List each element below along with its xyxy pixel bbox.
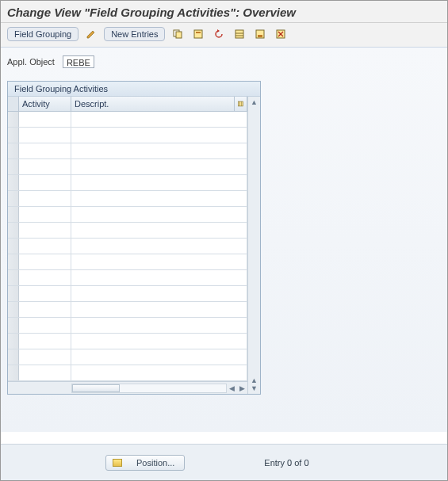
- undo-icon[interactable]: [211, 26, 227, 42]
- scroll-up-icon[interactable]: ▲: [251, 98, 258, 106]
- row-selector[interactable]: [8, 286, 19, 301]
- new-entries-button[interactable]: New Entries: [104, 27, 165, 41]
- table-row[interactable]: [8, 175, 247, 191]
- row-selector[interactable]: [8, 254, 19, 269]
- scroll-right-icon[interactable]: ▶: [237, 384, 247, 392]
- row-selector[interactable]: [8, 128, 19, 143]
- cell-descript[interactable]: [71, 365, 247, 380]
- cell-activity[interactable]: [19, 143, 71, 158]
- vertical-scrollbar[interactable]: ▲ ▲ ▼: [247, 97, 260, 394]
- row-selector[interactable]: [8, 239, 19, 254]
- row-selector[interactable]: [8, 223, 19, 238]
- delete-variant-icon[interactable]: [273, 26, 289, 42]
- cell-activity[interactable]: [19, 334, 71, 349]
- table-row[interactable]: [8, 349, 247, 365]
- cell-descript[interactable]: [71, 254, 247, 269]
- save-variant-icon[interactable]: [252, 26, 268, 42]
- cell-descript[interactable]: [71, 223, 247, 238]
- row-selector[interactable]: [8, 143, 19, 158]
- field-grouping-label: Field Grouping: [14, 29, 71, 39]
- cell-activity[interactable]: [19, 223, 71, 238]
- column-selector[interactable]: [8, 97, 19, 111]
- cell-descript[interactable]: [71, 159, 247, 174]
- row-selector[interactable]: [8, 270, 19, 285]
- cell-activity[interactable]: [19, 175, 71, 190]
- cell-descript[interactable]: [71, 302, 247, 317]
- cell-activity[interactable]: [19, 159, 71, 174]
- row-selector[interactable]: [8, 112, 19, 127]
- copy-icon[interactable]: [170, 26, 186, 42]
- select-all-icon[interactable]: [232, 26, 247, 42]
- configure-columns-icon[interactable]: [235, 97, 247, 111]
- table-row[interactable]: [8, 223, 247, 239]
- table-row[interactable]: [8, 318, 247, 334]
- table-row[interactable]: [8, 334, 247, 349]
- page-title: Change View "Field Grouping Activities":…: [7, 6, 441, 19]
- cell-descript[interactable]: [71, 207, 247, 222]
- table-row[interactable]: [8, 254, 247, 270]
- cell-descript[interactable]: [71, 239, 247, 254]
- cell-activity[interactable]: [19, 270, 71, 285]
- cell-activity[interactable]: [19, 318, 71, 333]
- cell-activity[interactable]: [19, 349, 71, 365]
- table-row[interactable]: [8, 112, 247, 128]
- appl-object-value[interactable]: REBE: [63, 55, 94, 68]
- row-selector[interactable]: [8, 159, 19, 174]
- row-selector[interactable]: [8, 318, 19, 333]
- table-row[interactable]: [8, 207, 247, 223]
- table-row[interactable]: [8, 239, 247, 254]
- cell-activity[interactable]: [19, 302, 71, 317]
- appl-object-row: Appl. Object REBE: [7, 55, 441, 68]
- cell-descript[interactable]: [71, 286, 247, 301]
- cell-activity[interactable]: [19, 365, 71, 380]
- cell-activity[interactable]: [19, 191, 71, 206]
- row-selector[interactable]: [8, 207, 19, 222]
- table-row[interactable]: [8, 128, 247, 143]
- cell-activity[interactable]: [19, 128, 71, 143]
- cell-descript[interactable]: [71, 143, 247, 158]
- content-area: Appl. Object REBE Field Grouping Activit…: [1, 48, 447, 432]
- cell-descript[interactable]: [71, 349, 247, 365]
- svg-rect-1: [176, 32, 182, 38]
- entry-counter: Entry 0 of 0: [264, 458, 308, 468]
- scroll-down-icon[interactable]: ▼: [251, 384, 258, 392]
- row-selector[interactable]: [8, 302, 19, 317]
- cell-descript[interactable]: [71, 191, 247, 206]
- column-activity[interactable]: Activity: [19, 97, 71, 111]
- new-entries-label: New Entries: [111, 29, 158, 39]
- cell-activity[interactable]: [19, 207, 71, 222]
- cell-descript[interactable]: [71, 175, 247, 190]
- row-selector[interactable]: [8, 191, 19, 206]
- svg-rect-3: [196, 32, 201, 33]
- table-row[interactable]: [8, 191, 247, 207]
- position-button[interactable]: Position...: [105, 455, 185, 471]
- pencil-icon[interactable]: [83, 26, 99, 42]
- cell-descript[interactable]: [71, 112, 247, 127]
- table-row[interactable]: [8, 270, 247, 286]
- cell-descript[interactable]: [71, 270, 247, 285]
- table-row[interactable]: [8, 159, 247, 175]
- row-selector[interactable]: [8, 334, 19, 349]
- table-row[interactable]: [8, 286, 247, 302]
- column-descript[interactable]: Descript.: [71, 97, 235, 111]
- grid: Activity Descript. ◀ ▶ ▲ ▲ ▼: [8, 97, 260, 394]
- field-grouping-button[interactable]: Field Grouping: [7, 27, 78, 41]
- cell-descript[interactable]: [71, 128, 247, 143]
- cell-activity[interactable]: [19, 112, 71, 127]
- cell-activity[interactable]: [19, 254, 71, 269]
- table-row[interactable]: [8, 143, 247, 159]
- scroll-left-icon[interactable]: ◀: [227, 384, 237, 392]
- cell-activity[interactable]: [19, 239, 71, 254]
- scroll-down-icon-alt[interactable]: ▲: [251, 376, 258, 384]
- table-row[interactable]: [8, 365, 247, 381]
- variant-icon[interactable]: [190, 26, 206, 42]
- cell-descript[interactable]: [71, 318, 247, 333]
- row-selector[interactable]: [8, 365, 19, 380]
- row-selector[interactable]: [8, 175, 19, 190]
- cell-descript[interactable]: [71, 334, 247, 349]
- table-row[interactable]: [8, 302, 247, 318]
- row-selector[interactable]: [8, 349, 19, 365]
- horizontal-scrollbar[interactable]: ◀ ▶: [8, 381, 247, 394]
- panel-title: Field Grouping Activities: [8, 82, 260, 97]
- cell-activity[interactable]: [19, 286, 71, 301]
